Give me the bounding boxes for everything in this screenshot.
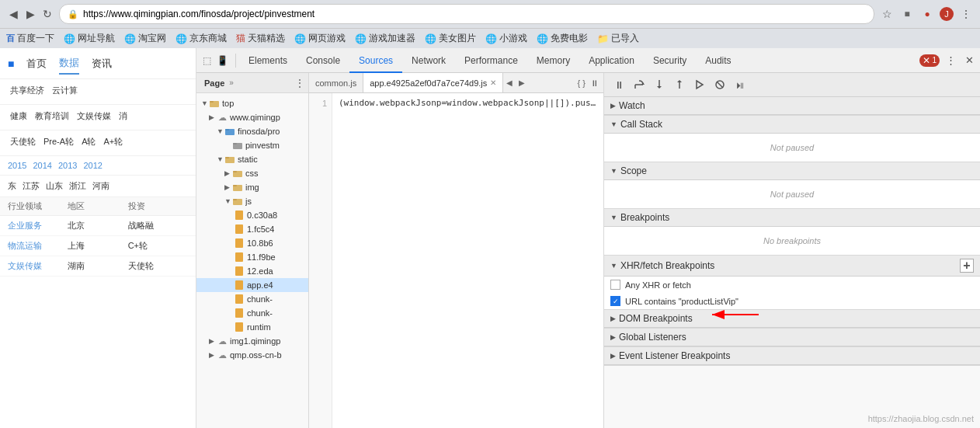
forward-button[interactable]: ▶ [23, 7, 37, 21]
ind-more[interactable]: 消 [116, 110, 130, 123]
editor-format-icon[interactable]: { } [576, 77, 587, 89]
bookmark-nav[interactable]: 🌐 网址导航 [64, 32, 115, 45]
error-badge[interactable]: ✕ 1 [919, 54, 940, 67]
watch-header[interactable]: ▶ Watch [604, 97, 980, 115]
bookmark-speed[interactable]: 🌐 游戏加速器 [355, 32, 415, 45]
xhr-header[interactable]: ▼ XHR/fetch Breakpoints + [604, 256, 980, 277]
tree-item-app[interactable]: app.e4 [196, 278, 308, 292]
round-angel[interactable]: 天使轮 [8, 135, 38, 148]
ind-edu[interactable]: 教育培训 [33, 110, 71, 123]
debug-step-over[interactable] [631, 76, 648, 93]
tab-audits[interactable]: Audits [696, 48, 740, 73]
breakpoints-header[interactable]: ▼ Breakpoints [604, 209, 980, 227]
tree-item-runtime[interactable]: runtim [196, 320, 308, 334]
debug-step-into[interactable] [651, 76, 668, 93]
tree-item-11[interactable]: 11.f9be [196, 250, 308, 264]
global-header[interactable]: ▶ Global Listeners [604, 329, 980, 346]
tree-item-static[interactable]: ▼ static [196, 152, 308, 166]
bookmark-jd[interactable]: 🌐 京东商城 [175, 32, 227, 45]
refresh-button[interactable]: ↻ [40, 7, 54, 21]
tree-item-finosda[interactable]: ▼ finosda/pro [196, 124, 308, 138]
devtools-device[interactable]: 📱 [215, 54, 229, 68]
year-2015[interactable]: 2015 [8, 161, 26, 170]
tree-item-12[interactable]: 12.eda [196, 264, 308, 278]
reg-east[interactable]: 东 [8, 180, 16, 192]
editor-tab-common[interactable]: common.js [309, 73, 363, 93]
editor-tabs-next[interactable]: ▶ [516, 78, 528, 87]
editor-tab-app[interactable]: app.e4925a2ef0d7a7ce74d9.js ✕ [363, 73, 503, 93]
debug-pause[interactable]: ⏸ [610, 76, 627, 93]
debug-deactivate[interactable] [711, 76, 728, 93]
address-input[interactable]: 🔒 https://www.qimingpian.com/finosda/pro… [59, 4, 874, 24]
bookmark-games[interactable]: 🌐 网页游戏 [294, 32, 346, 45]
table-row[interactable]: 企业服务 北京 战略融 [0, 216, 196, 236]
round-prea[interactable]: Pre-A轮 [41, 135, 76, 148]
year-2013[interactable]: 2013 [58, 161, 77, 170]
nav-data[interactable]: 数据 [59, 53, 79, 75]
devtools-close[interactable]: ✕ [961, 53, 977, 68]
tree-item-qmp[interactable]: ▶ ☁ qmp.oss-cn-b [196, 348, 308, 362]
bookmark-movies[interactable]: 🌐 免费电影 [537, 32, 588, 45]
tab-application[interactable]: Application [579, 48, 644, 73]
devtools-more[interactable]: ⋮ [943, 53, 958, 68]
sources-page-tab[interactable]: Page [200, 78, 229, 88]
bookmark-tmall[interactable]: 猫 天猫精选 [236, 32, 285, 45]
debug-async[interactable]: ⏯ [732, 76, 749, 93]
reg-henan[interactable]: 河南 [92, 180, 109, 192]
tree-item-1fc5c4[interactable]: 1.fc5c4 [196, 222, 308, 236]
editor-tab-app-close[interactable]: ✕ [490, 78, 496, 87]
tab-sources[interactable]: Sources [349, 48, 402, 73]
year-2014[interactable]: 2014 [33, 161, 51, 170]
tree-item-top[interactable]: ▼ top [196, 96, 308, 110]
year-2012[interactable]: 2012 [83, 161, 102, 170]
event-header[interactable]: ▶ Event Listener Breakpoints [604, 347, 980, 365]
back-button[interactable]: ◀ [6, 7, 20, 21]
code-content[interactable]: (window.webpackJsonp=window.webpackJsonp… [332, 93, 603, 428]
debug-step-out[interactable] [671, 76, 688, 93]
reg-zhejiang[interactable]: 浙江 [69, 180, 86, 192]
tree-item-www[interactable]: ▶ ☁ www.qimingp [196, 110, 308, 124]
tab-console[interactable]: Console [297, 48, 349, 73]
tree-item-chunk2[interactable]: chunk- [196, 306, 308, 320]
tree-item-10[interactable]: 10.8b6 [196, 236, 308, 250]
tree-item-img[interactable]: ▶ img [196, 180, 308, 194]
cat-shared[interactable]: 共享经济 [8, 84, 47, 97]
table-row[interactable]: 文娱传媒 湖南 天使轮 [0, 256, 196, 277]
bookmark-imported[interactable]: 📁 已导入 [597, 32, 639, 45]
nav-home[interactable]: 首页 [26, 54, 47, 74]
xhr-any-checkbox[interactable] [610, 280, 620, 290]
ind-media[interactable]: 文娱传媒 [75, 110, 113, 123]
reg-jiangsu[interactable]: 江苏 [23, 180, 40, 192]
xhr-add-button[interactable]: + [960, 259, 974, 273]
browser-menu-2[interactable]: ● [919, 6, 935, 22]
dom-header[interactable]: ▶ DOM Breakpoints [604, 310, 980, 328]
xhr-url-checkbox[interactable] [610, 296, 620, 306]
bookmark-baidu[interactable]: 百 百度一下 [6, 32, 54, 45]
round-aplus[interactable]: A+轮 [101, 135, 125, 148]
tab-network[interactable]: Network [402, 48, 455, 73]
tree-item-pinvestm[interactable]: pinvestm [196, 138, 308, 152]
callstack-header[interactable]: ▼ Call Stack [604, 116, 980, 134]
tab-memory[interactable]: Memory [527, 48, 579, 73]
browser-menu-1[interactable]: ■ [899, 6, 915, 22]
reg-shandong[interactable]: 山东 [46, 180, 63, 192]
bookmark-minigames[interactable]: 🌐 小游戏 [485, 32, 527, 45]
sources-more-tabs[interactable]: » [229, 78, 234, 87]
tree-item-chunk1[interactable]: chunk- [196, 292, 308, 306]
browser-menu-3[interactable]: J [940, 7, 954, 21]
round-a[interactable]: A轮 [79, 135, 98, 148]
tab-performance[interactable]: Performance [455, 48, 527, 73]
bookmark-star[interactable]: ☆ [879, 6, 895, 22]
cat-cloud[interactable]: 云计算 [50, 84, 80, 97]
editor-tabs-prev[interactable]: ◀ [503, 78, 516, 87]
tab-elements[interactable]: Elements [239, 48, 297, 73]
tree-item-0c30a[interactable]: 0.c30a8 [196, 208, 308, 222]
tree-item-img1[interactable]: ▶ ☁ img1.qimingp [196, 334, 308, 348]
debug-step[interactable] [691, 76, 708, 93]
devtools-inspect[interactable]: ⬚ [200, 54, 214, 68]
bookmark-girls[interactable]: 🌐 美女图片 [425, 32, 476, 45]
ind-health[interactable]: 健康 [8, 110, 30, 123]
browser-more[interactable]: ⋮ [958, 6, 974, 22]
sources-tab-menu[interactable]: ⋮ [294, 77, 305, 89]
table-row[interactable]: 物流运输 上海 C+轮 [0, 236, 196, 256]
